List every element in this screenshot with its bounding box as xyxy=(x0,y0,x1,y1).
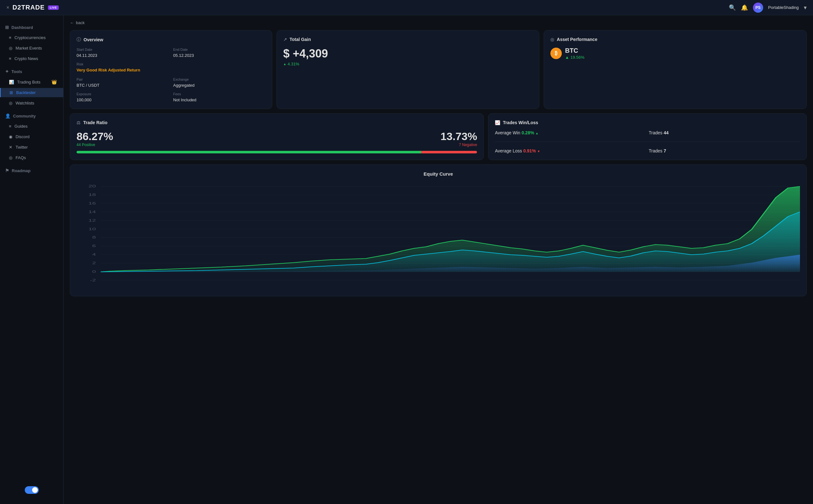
sidebar-section-community: 👤 Community xyxy=(0,111,63,120)
back-arrow: ← xyxy=(70,20,74,25)
asset-row: ₿ BTC ▲ 19.56% xyxy=(550,47,800,60)
backtester-icon: ⊞ xyxy=(10,90,13,95)
roadmap-icon: ⚑ xyxy=(5,168,9,173)
avg-win-trades-value: 44 xyxy=(664,130,669,135)
gain-pct: ▲ 4.31% xyxy=(283,62,533,66)
svg-text:16: 16 xyxy=(89,201,96,205)
sidebar-item-faqs[interactable]: ◎ FAQs xyxy=(0,153,63,162)
avg-loss-field: Average Loss 0.91% ▼ xyxy=(495,148,646,153)
sidebar-item-twitter[interactable]: ✕ Twitter xyxy=(0,143,63,152)
svg-text:0: 0 xyxy=(92,270,96,274)
wl-grid: Average Win 0.28% ▲ Trades 44 Average Lo… xyxy=(495,130,800,153)
ratio-bar-green xyxy=(77,151,421,153)
community-icon: 👤 xyxy=(5,113,10,118)
sidebar-item-market-events[interactable]: ◎ Market Events xyxy=(0,44,63,53)
avg-loss-trend: ▼ xyxy=(537,150,540,153)
start-date-value: 04.11.2023 xyxy=(77,53,97,58)
toggle-knob xyxy=(32,487,38,493)
svg-text:2: 2 xyxy=(92,261,96,265)
overview-grid: Start Date 04.11.2023 End Date 05.12.202… xyxy=(77,48,265,102)
asset-pct-value: 19.56% xyxy=(570,55,584,60)
positive-pct: 86.27% xyxy=(77,130,113,143)
avg-loss-trades-field: Trades 7 xyxy=(649,148,800,153)
asset-arrow: ▲ xyxy=(565,55,569,60)
theme-toggle[interactable] xyxy=(25,486,39,494)
discord-icon: ◉ xyxy=(9,134,12,139)
cards-row-2: ⚖ Trade Ratio 86.27% 44 Positive 13.73% … xyxy=(70,113,807,160)
logo: D2TRADE xyxy=(12,4,44,11)
search-icon[interactable]: 🔍 xyxy=(729,4,736,11)
trades-wl-title: Trades Win/Loss xyxy=(503,120,538,125)
gain-arrow: ▲ xyxy=(283,62,286,66)
live-badge: LIVE xyxy=(48,5,59,10)
sidebar-item-watchlists[interactable]: ◎ Watchlists xyxy=(0,98,63,108)
back-link[interactable]: ← back xyxy=(70,20,807,25)
asset-name: BTC xyxy=(565,47,584,54)
positive-label: 44 Positive xyxy=(77,143,113,147)
trading-bots-icon: 📊 xyxy=(9,80,14,84)
header: × D2TRADE LIVE 🔍 🔔 PS PortableShading ▾ xyxy=(0,0,813,15)
chevron-down-icon[interactable]: ▾ xyxy=(804,4,807,11)
trade-ratio-card: ⚖ Trade Ratio 86.27% 44 Positive 13.73% … xyxy=(70,113,484,160)
avg-loss-value: 0.91% ▼ xyxy=(523,148,541,153)
crown-badge: 👑 xyxy=(51,79,57,84)
btc-icon: ₿ xyxy=(550,48,562,59)
sidebar-item-crypto-news[interactable]: ≡ Crypto News xyxy=(0,54,63,63)
tools-icon: ✦ xyxy=(5,69,9,74)
sidebar-item-guides[interactable]: ≡ Guides xyxy=(0,122,63,131)
negative-label: 7 Negative xyxy=(440,143,477,147)
cryptocurrencies-icon: ≡ xyxy=(9,35,11,40)
bell-icon[interactable]: 🔔 xyxy=(741,4,748,11)
svg-text:6: 6 xyxy=(92,244,96,248)
dashboard-icon: ⊞ xyxy=(5,25,9,30)
total-gain-header: ↗ Total Gain xyxy=(283,37,533,42)
svg-text:14: 14 xyxy=(89,210,96,214)
ratio-bar xyxy=(77,151,477,153)
svg-text:-2: -2 xyxy=(90,278,96,282)
header-left: × D2TRADE LIVE xyxy=(6,4,59,11)
twitter-icon: ✕ xyxy=(9,145,12,150)
asset-performance-title: Asset Performance xyxy=(557,37,597,42)
overview-card-header: ⓘ Overview xyxy=(77,37,265,43)
end-date-value: 05.12.2023 xyxy=(173,53,194,58)
sidebar-item-trading-bots[interactable]: 📊 Trading Bots 👑 xyxy=(0,77,63,87)
avg-win-label: Average Win xyxy=(495,130,520,135)
asset-pct: ▲ 19.56% xyxy=(565,55,584,60)
pair-label: Pair xyxy=(77,77,169,81)
risk-value: Very Good Risk Adjusted Return xyxy=(77,68,140,72)
asset-icon: ◎ xyxy=(550,37,554,42)
sidebar-item-backtester[interactable]: ⊞ Backtester xyxy=(0,88,63,97)
sidebar-item-cryptocurrencies[interactable]: ≡ Cryptocurrencies xyxy=(0,33,63,42)
pair-field: Pair BTC / USDT xyxy=(77,77,169,88)
total-gain-amount: $ +4,309 xyxy=(283,47,533,60)
avatar: PS xyxy=(753,3,763,13)
trade-ratio-icon: ⚖ xyxy=(77,120,81,125)
sidebar: ⊞ Dashboard ≡ Cryptocurrencies ◎ Market … xyxy=(0,15,64,504)
sidebar-section-roadmap: ⚑ Roadmap xyxy=(0,166,63,175)
wl-divider xyxy=(495,142,800,142)
main-layout: ⊞ Dashboard ≡ Cryptocurrencies ◎ Market … xyxy=(0,15,813,504)
cards-row-1: ⓘ Overview Start Date 04.11.2023 End Dat… xyxy=(70,30,807,109)
risk-field: Risk Very Good Risk Adjusted Return xyxy=(77,62,265,73)
fees-label: Fees xyxy=(173,92,265,96)
sidebar-section-tools: ✦ Tools xyxy=(0,67,63,76)
gain-pct-value: 4.31% xyxy=(288,62,299,66)
exchange-field: Exchange Aggregated xyxy=(173,77,265,88)
overview-icon: ⓘ xyxy=(77,37,81,43)
avg-loss-label: Average Loss xyxy=(495,148,522,153)
avg-win-trend: ▲ xyxy=(535,131,539,135)
sidebar-item-discord[interactable]: ◉ Discord xyxy=(0,132,63,141)
username: PortableShading xyxy=(768,5,799,10)
start-date-label: Start Date xyxy=(77,48,169,51)
fees-value: Not Included xyxy=(173,97,196,102)
close-icon[interactable]: × xyxy=(6,5,9,10)
asset-performance-card: ◎ Asset Performance ₿ BTC ▲ 19.56% xyxy=(544,30,807,109)
faqs-icon: ◎ xyxy=(9,155,12,160)
start-date-field: Start Date 04.11.2023 xyxy=(77,48,169,58)
ratio-bar-red xyxy=(421,151,477,153)
total-gain-title: Total Gain xyxy=(290,37,311,42)
asset-info: BTC ▲ 19.56% xyxy=(565,47,584,60)
exchange-value: Aggregated xyxy=(173,83,194,88)
pair-value: BTC / USDT xyxy=(77,83,99,88)
fees-field: Fees Not Included xyxy=(173,92,265,102)
